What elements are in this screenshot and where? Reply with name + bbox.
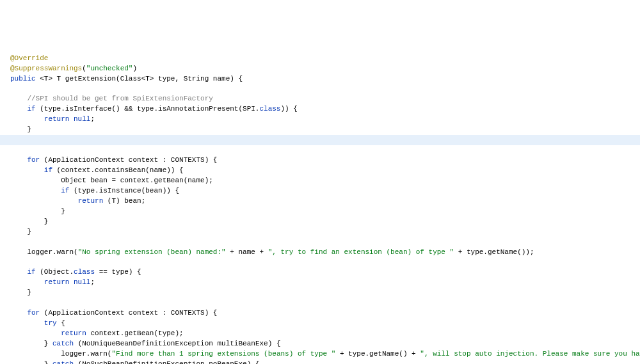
condition: (type.isInterface() && type.isAnnotation… (36, 105, 260, 113)
code-line: return context.getBean(type); (0, 329, 194, 337)
code-line: return null; (0, 115, 105, 123)
code-line: logger.warn("No spring extension (bean) … (0, 248, 545, 256)
generic: <T> T (36, 75, 65, 83)
tail: { (57, 319, 65, 327)
code-line: //SPI should be get from SpiExtensionFac… (0, 95, 223, 102)
string-literal: ", try to find an extension (bean) of ty… (268, 248, 454, 256)
code-line-highlighted (0, 135, 640, 145)
code-line: if (Object.class == type) { (0, 268, 152, 276)
keyword: for (27, 156, 40, 164)
concat: + name + (226, 248, 268, 256)
code-line: @Override (0, 54, 58, 62)
annotation: @SuppressWarnings (10, 65, 82, 72)
keyword: catch (52, 340, 74, 347)
code-line: return null; (0, 278, 105, 286)
brace: } (27, 228, 31, 235)
code-line: if (type.isInstance(bean)) { (0, 187, 189, 194)
comment: //SPI should be get from SpiExtensionFac… (27, 95, 212, 102)
brace: } (44, 360, 52, 364)
brace: } (44, 218, 49, 225)
code-line: public <T> T getExtension(Class<T> type,… (0, 75, 253, 83)
code-line: for (ApplicationContext context : CONTEX… (0, 156, 227, 164)
keyword: try (44, 319, 57, 327)
code-line: } catch (NoUniqueBeanDefinitionException… (0, 340, 291, 347)
signature: (Class<T> type, String name) { (116, 75, 243, 83)
code-line: @SuppressWarnings("unchecked") (0, 65, 147, 72)
keyword: class (259, 105, 280, 113)
keyword: public (10, 75, 36, 83)
tail: (T) bean; (103, 197, 145, 205)
code-editor: @Override @SuppressWarnings("unchecked")… (0, 44, 640, 364)
keyword: return (61, 329, 86, 337)
code-line: if (context.containsBean(name)) { (0, 166, 194, 174)
code-line: return (T) bean; (0, 197, 156, 205)
method-name: getExtension (65, 75, 116, 83)
code-line: } (0, 228, 42, 235)
keyword: if (61, 187, 69, 194)
code-line: logger.warn("Find more than 1 spring ext… (0, 350, 640, 358)
keyword: return (78, 197, 104, 205)
statement: Object bean = context.getBean(name); (61, 177, 213, 184)
concat: + type.getName() + (335, 350, 420, 358)
code-line: for (ApplicationContext context : CONTEX… (0, 309, 227, 317)
code-line: } (0, 125, 42, 133)
keyword: catch (52, 360, 74, 364)
annotation: @Override (10, 54, 48, 62)
keyword: if (27, 268, 35, 276)
tail: == type) { (95, 268, 141, 276)
call: logger.warn( (27, 248, 77, 256)
string-literal: "unchecked" (86, 65, 133, 72)
condition: (context.containsBean(name)) { (52, 166, 184, 174)
catch-clause: (NoUniqueBeanDefinitionException multiBe… (74, 340, 280, 347)
keyword: class (74, 268, 95, 276)
string-literal: "Find more than 1 spring extensions (bea… (111, 350, 335, 358)
code-line: } (0, 218, 58, 225)
keyword: return null (44, 278, 91, 286)
string-literal: "No spring extension (bean) named:" (78, 248, 226, 256)
brace: } (61, 207, 65, 215)
code-line (0, 238, 25, 246)
tail: )) { (280, 105, 297, 113)
brace: } (27, 125, 31, 133)
code-line (0, 258, 25, 265)
condition: (Object. (36, 268, 74, 276)
condition: (type.isInstance(bean)) { (69, 187, 179, 194)
keyword: if (27, 105, 35, 113)
condition: (ApplicationContext context : CONTEXTS) … (40, 309, 217, 317)
code-line: } catch (NoSuchBeanDefinitionException n… (0, 360, 269, 364)
code-line (0, 299, 25, 306)
brace: } (44, 340, 52, 347)
tail: ; (90, 115, 95, 123)
keyword: return null (44, 115, 91, 123)
code-line: if (type.isInterface() && type.isAnnotat… (0, 105, 308, 113)
keyword: for (27, 309, 40, 317)
code-line: try { (0, 319, 76, 327)
tail: ; (90, 278, 95, 286)
code-line (0, 85, 25, 93)
tail: + type.getName()); (454, 248, 534, 256)
keyword: if (44, 166, 52, 174)
code-line: } (0, 207, 76, 215)
brace: } (27, 289, 31, 296)
tail: context.getBean(type); (86, 329, 184, 337)
code-line: Object bean = context.getBean(name); (0, 177, 223, 184)
code-line: } (0, 289, 42, 296)
catch-clause: (NoSuchBeanDefinitionException noBeanExe… (74, 360, 259, 364)
condition: (ApplicationContext context : CONTEXTS) … (40, 156, 217, 164)
string-literal: ", will stop auto injection. Please make… (420, 350, 640, 358)
call: logger.warn( (61, 350, 111, 358)
